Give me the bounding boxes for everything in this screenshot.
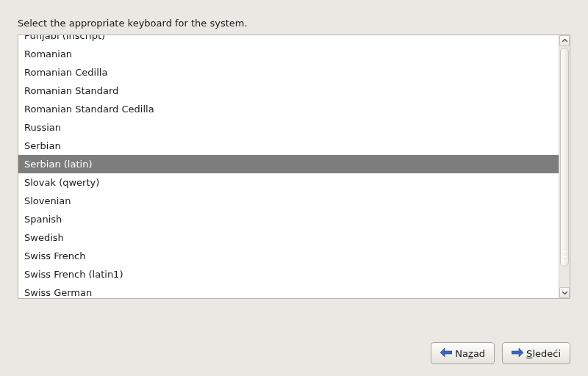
list-item[interactable]: Serbian (latin)	[18, 155, 559, 173]
list-item[interactable]: Swiss French (latin1)	[18, 265, 559, 283]
next-button[interactable]: Sledeći	[502, 342, 570, 364]
scroll-up-button[interactable]	[559, 35, 570, 46]
back-button[interactable]: Nazad	[431, 342, 495, 364]
prompt-text: Select the appropriate keyboard for the …	[18, 18, 570, 29]
scrollbar-track[interactable]	[559, 46, 570, 287]
list-item[interactable]: Slovak (qwerty)	[18, 173, 559, 192]
list-item[interactable]: Romanian Standard	[18, 82, 559, 100]
keyboard-listbox-frame: Punjabi (Inscript)RomanianRomanian Cedil…	[18, 35, 570, 299]
list-item[interactable]: Slovenian	[18, 192, 559, 210]
scrollbar-thumb[interactable]	[560, 48, 569, 267]
list-item[interactable]: Swiss German	[18, 283, 559, 298]
chevron-down-icon	[562, 291, 567, 294]
list-item[interactable]: Romanian Standard Cedilla	[18, 100, 559, 118]
next-button-label: Sledeći	[526, 348, 561, 359]
list-item[interactable]: Spanish	[18, 210, 559, 228]
list-item[interactable]: Romanian Cedilla	[18, 63, 559, 82]
arrow-left-icon	[440, 348, 452, 359]
list-item[interactable]: Punjabi (Inscript)	[18, 35, 559, 45]
scroll-down-button[interactable]	[559, 287, 570, 298]
keyboard-listbox[interactable]: Punjabi (Inscript)RomanianRomanian Cedil…	[18, 35, 559, 298]
arrow-right-icon	[512, 348, 523, 359]
list-item[interactable]: Romanian	[18, 45, 559, 63]
list-item[interactable]: Russian	[18, 118, 559, 137]
scrollbar[interactable]	[559, 35, 570, 298]
list-item[interactable]: Swiss French	[18, 247, 559, 265]
back-button-label: Nazad	[455, 348, 485, 359]
list-item[interactable]: Swedish	[18, 228, 559, 247]
list-item[interactable]: Serbian	[18, 137, 559, 155]
chevron-up-icon	[562, 39, 567, 43]
button-bar: Nazad Sledeći	[431, 342, 570, 364]
